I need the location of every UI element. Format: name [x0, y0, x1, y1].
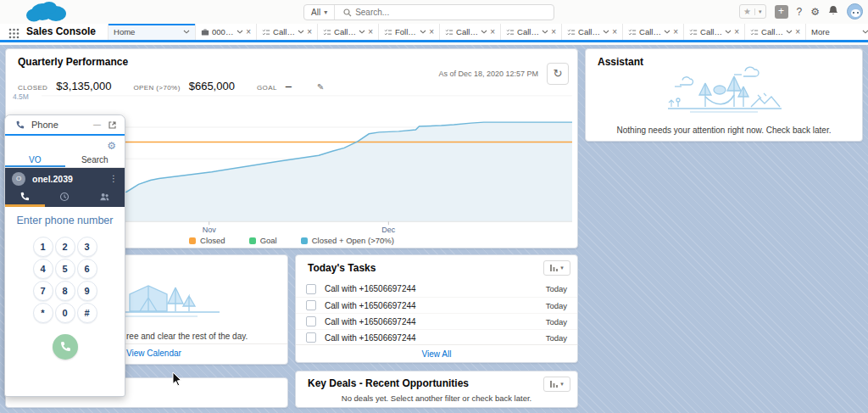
dial-key[interactable]: #: [77, 303, 97, 323]
tab-chevron-down-icon[interactable]: [862, 30, 868, 34]
phone-tab-vo[interactable]: VO: [5, 153, 65, 167]
task-subject[interactable]: Call with +16506697244: [325, 317, 546, 326]
dial-key[interactable]: 8: [55, 281, 75, 301]
task-list: Call with +16506697244 Today Call with +…: [296, 281, 577, 345]
tab-close-icon[interactable]: ×: [795, 28, 800, 36]
tab-chevron-down-icon[interactable]: [236, 30, 243, 34]
tab-chevron-down-icon[interactable]: [603, 30, 609, 34]
dial-key[interactable]: 1: [33, 237, 53, 257]
task-subject[interactable]: Call with +16506697244: [325, 333, 546, 343]
tab-chevron-down-icon[interactable]: [359, 30, 365, 34]
console-tab[interactable]: Call wi… ×: [623, 24, 684, 40]
favorites-caret-icon[interactable]: ▾: [754, 8, 765, 15]
phone-settings-gear-icon[interactable]: ⚙: [107, 141, 116, 151]
global-search: All ▾: [303, 4, 554, 20]
tab-chevron-down-icon[interactable]: [664, 30, 670, 34]
phone-tabs: VO Search: [5, 153, 125, 168]
tasks-title: Today's Tasks: [308, 262, 376, 274]
tab-chevron-down-icon[interactable]: [725, 30, 732, 34]
dialpad-phone-icon[interactable]: [19, 192, 30, 202]
tab-close-icon[interactable]: ×: [551, 28, 556, 36]
console-tab[interactable]: 00001… ×: [196, 24, 257, 40]
task-checkbox[interactable]: [306, 284, 316, 294]
tab-close-icon[interactable]: ×: [612, 28, 617, 36]
console-tab[interactable]: Call wi… ×: [318, 24, 379, 40]
sort-icon: [550, 381, 558, 388]
phone-tab-search[interactable]: Search: [65, 153, 125, 167]
phone-popup-header[interactable]: Phone —: [5, 115, 125, 136]
tab-label: Call wi…: [456, 27, 478, 36]
console-tab[interactable]: Call wi… ×: [440, 24, 501, 40]
sort-icon: [550, 265, 558, 271]
dial-key[interactable]: 7: [33, 281, 53, 301]
dial-key[interactable]: 9: [77, 281, 97, 301]
minimize-icon[interactable]: —: [93, 120, 101, 129]
tab-close-icon[interactable]: ×: [368, 28, 373, 36]
recent-calls-clock-icon[interactable]: [59, 192, 70, 202]
app-launcher-waffle-icon[interactable]: [8, 27, 19, 40]
view-calendar-link[interactable]: View Calendar: [126, 349, 181, 358]
quick-add-button[interactable]: +: [775, 5, 788, 19]
tab-label: Follow…: [395, 27, 417, 36]
tab-chevron-down-icon[interactable]: [542, 30, 548, 34]
console-tab[interactable]: Call wi… ×: [501, 24, 562, 40]
dial-key[interactable]: *: [33, 303, 53, 323]
tab-chevron-down-icon[interactable]: [298, 30, 304, 34]
view-all-link[interactable]: View All: [422, 349, 452, 359]
tab-label: 00001…: [212, 27, 234, 36]
task-row: Call with +16506697244 Today: [296, 313, 577, 329]
call-button[interactable]: [53, 334, 78, 360]
tab-close-icon[interactable]: ×: [490, 28, 495, 36]
account-menu-icon[interactable]: ⋮: [109, 174, 118, 183]
search-input[interactable]: [355, 8, 554, 17]
contacts-group-icon[interactable]: [99, 192, 110, 202]
console-tab[interactable]: More: [806, 24, 868, 40]
refresh-icon[interactable]: ↻: [547, 63, 569, 85]
tab-chevron-down-icon[interactable]: [786, 30, 793, 34]
dial-key[interactable]: 5: [55, 259, 75, 279]
user-avatar[interactable]: [847, 3, 863, 20]
setup-gear-icon[interactable]: ⚙: [810, 6, 820, 18]
tab-chevron-down-icon[interactable]: [183, 30, 190, 34]
dial-key[interactable]: 4: [33, 259, 53, 279]
console-tab[interactable]: Call wi… ×: [745, 24, 806, 40]
task-subject[interactable]: Call with +16506697244: [325, 301, 546, 310]
console-tab[interactable]: Call wi… ×: [684, 24, 745, 40]
console-tab[interactable]: Call wi… ×: [257, 24, 318, 40]
tab-chevron-down-icon[interactable]: [420, 30, 426, 34]
tasks-sort-button[interactable]: ▾: [543, 260, 570, 276]
tab-close-icon[interactable]: ×: [429, 28, 434, 36]
task-checkbox[interactable]: [306, 300, 316, 310]
task-icon: [567, 28, 576, 36]
dial-key[interactable]: 6: [77, 259, 97, 279]
popout-icon[interactable]: [108, 121, 116, 129]
tab-close-icon[interactable]: ×: [734, 28, 739, 36]
legend-item: Goal: [249, 236, 277, 245]
console-tab[interactable]: Follow… ×: [379, 24, 440, 40]
console-tab[interactable]: Home: [108, 24, 196, 40]
tab-label: Call wi…: [578, 27, 600, 36]
legend-label: Closed: [200, 236, 225, 245]
tab-close-icon[interactable]: ×: [307, 28, 312, 36]
task-checkbox[interactable]: [306, 332, 316, 343]
help-icon[interactable]: ?: [797, 6, 803, 18]
task-checkbox[interactable]: [306, 316, 316, 326]
search-scope-dropdown[interactable]: All ▾: [304, 5, 335, 20]
task-subject[interactable]: Call with +16506697244: [325, 284, 546, 293]
open-stat-value: $665,000: [189, 80, 235, 92]
dial-key[interactable]: 2: [55, 237, 75, 257]
global-header: All ▾ ★ ▾ + ? ⚙: [0, 0, 868, 24]
tab-close-icon[interactable]: ×: [673, 28, 678, 36]
closed-stat-label: CLOSED: [18, 84, 47, 92]
open-stat-label: OPEN (>70%): [133, 84, 180, 92]
edit-goal-pencil-icon[interactable]: ✎: [317, 82, 324, 92]
favorite-star-icon[interactable]: ★: [740, 7, 754, 16]
enter-phone-number-prompt: Enter phone number: [5, 215, 125, 226]
tab-chevron-down-icon[interactable]: [481, 30, 487, 34]
console-tab[interactable]: Call wi… ×: [562, 24, 623, 40]
key-deals-filter-button[interactable]: ▾: [543, 377, 570, 392]
dial-key[interactable]: 0: [55, 303, 75, 323]
notifications-bell-icon[interactable]: [828, 4, 838, 20]
tab-close-icon[interactable]: ×: [246, 28, 251, 36]
dial-key[interactable]: 3: [77, 237, 97, 257]
